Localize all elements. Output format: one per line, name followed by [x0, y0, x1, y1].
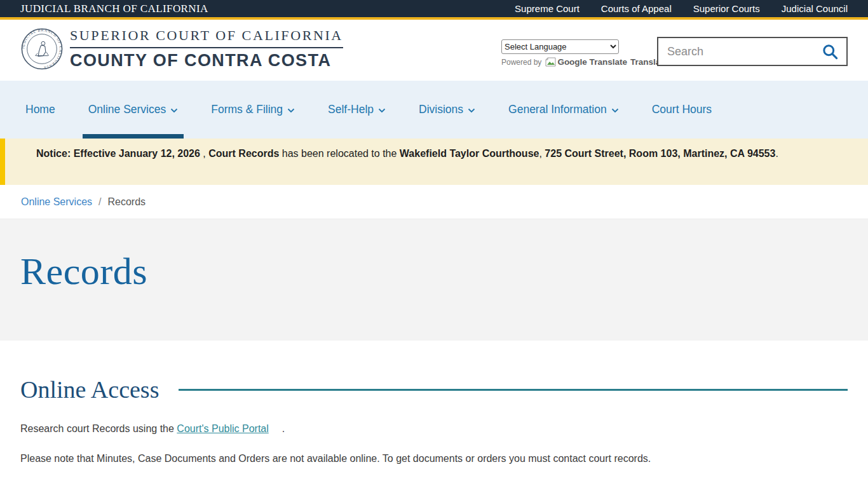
judicial-seal-icon: JUDICIAL BRANCH OF CALIFORNIA [20, 27, 64, 71]
notice-banner: Notice: Effective January 12, 2026 , Cou… [0, 139, 868, 185]
logo-county-line: COUNTY OF CONTRA COSTA [70, 51, 343, 71]
utility-link-supreme-court[interactable]: Supreme Court [515, 3, 580, 14]
main-content: Online Access Research court Records usi… [0, 341, 868, 464]
chevron-down-icon [611, 108, 619, 113]
nav-item-forms-filing[interactable]: Forms & Filing [205, 81, 301, 139]
breadcrumb-online-services[interactable]: Online Services [21, 196, 92, 208]
nav-item-court-hours[interactable]: Court Hours [646, 81, 717, 139]
availability-note-paragraph: Please note that Minutes, Case Documents… [20, 453, 848, 464]
portal-paragraph: Research court Records using the Court's… [20, 423, 848, 435]
hero-band: Records [0, 219, 868, 341]
broken-image-icon [545, 57, 556, 67]
courts-public-portal-link[interactable]: Court's Public Portal [177, 423, 268, 434]
search-icon [822, 43, 839, 60]
google-translate-alt-text: Google Translate [557, 57, 627, 67]
translate-attribution: Powered by Google Translate Translate [501, 57, 668, 67]
site-header: JUDICIAL BRANCH OF CALIFORNIA SUPERIOR C… [0, 20, 868, 81]
breadcrumb-current: Records [108, 196, 146, 208]
logo-superior-court-line: SUPERIOR COURT OF CALIFORNIA [70, 27, 343, 48]
google-translate-widget: Select Language Powered by Google Transl… [501, 39, 668, 67]
section-divider-rule [179, 389, 848, 391]
breadcrumb-separator: / [98, 196, 101, 208]
utility-bar: JUDICIAL BRANCH OF CALIFORNIA Supreme Co… [0, 0, 868, 20]
online-access-section-header: Online Access [20, 376, 848, 403]
logo-text: SUPERIOR COURT OF CALIFORNIA COUNTY OF C… [69, 27, 343, 71]
search-box [657, 37, 848, 66]
chevron-down-icon [287, 108, 295, 113]
page-title: Records [0, 219, 868, 294]
nav-item-self-help[interactable]: Self-Help [322, 81, 391, 139]
nav-item-online-services[interactable]: Online Services [83, 81, 184, 139]
search-button[interactable] [818, 43, 846, 60]
search-input[interactable] [658, 45, 818, 58]
online-access-heading: Online Access [20, 376, 159, 403]
breadcrumb: Online Services / Records [0, 185, 868, 219]
portal-paragraph-prefix: Research court Records using the [20, 423, 177, 434]
utility-link-courts-of-appeal[interactable]: Courts of Appeal [601, 3, 672, 14]
chevron-down-icon [378, 108, 386, 113]
utility-link-judicial-council[interactable]: Judicial Council [782, 3, 848, 14]
court-logo[interactable]: JUDICIAL BRANCH OF CALIFORNIA SUPERIOR C… [20, 27, 343, 71]
chevron-down-icon [170, 108, 178, 113]
portal-paragraph-suffix: . [282, 423, 285, 434]
powered-by-label: Powered by [501, 58, 541, 67]
utility-link-superior-courts[interactable]: Superior Courts [693, 3, 760, 14]
nav-item-general-information[interactable]: General Information [503, 81, 625, 139]
notice-text: Notice: Effective January 12, 2026 , Cou… [36, 145, 779, 163]
nav-item-home[interactable]: Home [20, 81, 61, 139]
language-select[interactable]: Select Language [501, 39, 619, 54]
main-navigation: Home Online Services Forms & Filing Self… [0, 81, 868, 139]
chevron-down-icon [468, 108, 475, 113]
judicial-branch-title: JUDICIAL BRANCH OF CALIFORNIA [20, 3, 208, 15]
nav-item-divisions[interactable]: Divisions [413, 81, 481, 139]
utility-links: Supreme Court Courts of Appeal Superior … [515, 3, 848, 14]
